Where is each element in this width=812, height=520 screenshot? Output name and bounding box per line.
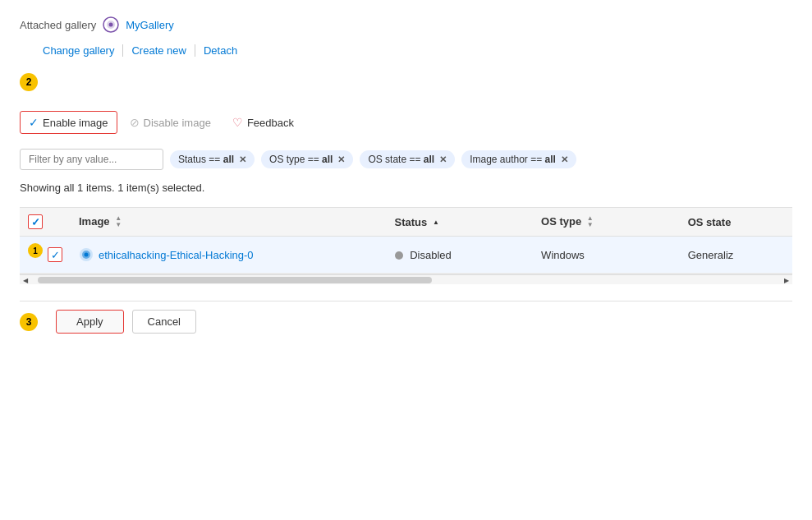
apply-button[interactable]: Apply <box>56 310 124 334</box>
filter-tag-status-close[interactable]: ✕ <box>239 154 246 165</box>
step3-badge: 3 <box>20 313 38 331</box>
row-ostype-text: Windows <box>541 249 585 261</box>
gallery-name-link[interactable]: MyGallery <box>126 19 174 31</box>
col-header-ostype[interactable]: OS type ▲▼ <box>533 208 680 237</box>
filter-tag-osstate-text: OS state == all <box>368 154 434 165</box>
status-dot-icon <box>395 251 403 260</box>
filter-tag-status-text: Status == all <box>178 154 234 165</box>
row-select-checkbox[interactable]: ✓ <box>48 247 62 262</box>
sort-arrows-status: ▲ <box>433 219 439 226</box>
filter-tag-imageauthor: Image author == all ✕ <box>461 150 576 168</box>
row-ostype-cell: Windows <box>533 237 680 274</box>
row-osstate-cell: Generaliz <box>680 237 792 274</box>
cancel-button[interactable]: Cancel <box>132 310 196 334</box>
step1-badge: 1 <box>28 243 43 258</box>
checkmark-icon: ✓ <box>31 217 40 228</box>
row-status-cell: Disabled <box>387 237 534 274</box>
checkmark-icon: ✓ <box>29 116 39 129</box>
sort-arrows-image: ▲▼ <box>115 215 122 228</box>
col-ostype-label: OS type <box>541 215 581 228</box>
images-table: ✓ Image ▲▼ Status ▲ <box>20 207 792 274</box>
disable-image-label: Disable image <box>144 117 211 129</box>
row-status-text: Disabled <box>410 249 452 261</box>
row-checkbox-cell: 1 ✓ <box>20 237 71 274</box>
svg-point-2 <box>109 23 113 27</box>
create-new-link[interactable]: Create new <box>123 44 195 57</box>
image-name-text: ethicalhacking-Ethical-Hacking-0 <box>99 249 254 261</box>
image-name-link[interactable]: ethicalhacking-Ethical-Hacking-0 <box>79 247 378 262</box>
row-image-cell: ethicalhacking-Ethical-Hacking-0 <box>71 237 387 274</box>
bottom-divider <box>20 301 792 301</box>
disk-image-icon <box>79 247 94 262</box>
col-osstate-label: OS state <box>688 216 732 228</box>
filter-tag-ostype-text: OS type == all <box>269 154 333 165</box>
col-image-label: Image <box>79 215 110 228</box>
col-status-label: Status <box>395 216 428 228</box>
filter-tag-ostype-close[interactable]: ✕ <box>337 154 345 165</box>
scroll-thumb[interactable] <box>38 277 432 283</box>
disable-icon: ⊘ <box>130 116 140 129</box>
attached-gallery-label: Attached gallery <box>20 19 96 31</box>
change-gallery-link[interactable]: Change gallery <box>43 44 123 57</box>
col-header-osstate[interactable]: OS state <box>680 208 792 237</box>
step2-badge: 2 <box>20 73 38 91</box>
filter-tag-ostype: OS type == all ✕ <box>261 150 353 168</box>
bottom-actions: 3 Apply Cancel <box>20 310 792 334</box>
filter-bar: Status == all ✕ OS type == all ✕ OS stat… <box>20 149 792 170</box>
filter-tag-imageauthor-close[interactable]: ✕ <box>561 154 568 165</box>
detach-link[interactable]: Detach <box>195 44 245 57</box>
enable-image-label: Enable image <box>43 117 108 129</box>
filter-tag-osstate-close[interactable]: ✕ <box>439 154 447 165</box>
disable-image-button[interactable]: ⊘ Disable image <box>121 111 220 134</box>
horizontal-scrollbar[interactable]: ◀ ▶ <box>20 274 792 284</box>
gallery-actions-row: Change gallery Create new Detach <box>43 44 792 57</box>
showing-info: Showing all 1 items. 1 item(s) selected. <box>20 182 792 194</box>
gallery-icon <box>103 16 119 33</box>
filter-tag-imageauthor-text: Image author == all <box>470 154 556 165</box>
sort-arrows-ostype: ▲▼ <box>587 215 594 228</box>
col-header-status[interactable]: Status ▲ <box>387 208 534 237</box>
col-header-image[interactable]: Image ▲▼ <box>71 208 387 237</box>
select-all-checkbox[interactable]: ✓ <box>28 214 43 229</box>
toolbar: ✓ Enable image ⊘ Disable image ♡ Feedbac… <box>20 111 792 134</box>
filter-tag-osstate: OS state == all ✕ <box>360 150 455 168</box>
row-osstate-text: Generaliz <box>688 249 734 261</box>
scroll-right-arrow[interactable]: ▶ <box>781 275 792 285</box>
feedback-button[interactable]: ♡ Feedback <box>223 111 303 134</box>
table-row: 1 ✓ ethical <box>20 237 792 274</box>
svg-point-5 <box>85 253 89 257</box>
checkmark-icon: ✓ <box>51 250 60 260</box>
feedback-label: Feedback <box>247 117 294 129</box>
col-header-checkbox: ✓ <box>20 208 71 237</box>
heart-icon: ♡ <box>232 116 243 129</box>
filter-tag-status: Status == all ✕ <box>170 150 255 168</box>
filter-input[interactable] <box>20 149 163 170</box>
scroll-left-arrow[interactable]: ◀ <box>20 275 31 285</box>
table-scroll-area[interactable]: ✓ Image ▲▼ Status ▲ <box>20 207 792 274</box>
enable-image-button[interactable]: ✓ Enable image <box>20 111 117 134</box>
